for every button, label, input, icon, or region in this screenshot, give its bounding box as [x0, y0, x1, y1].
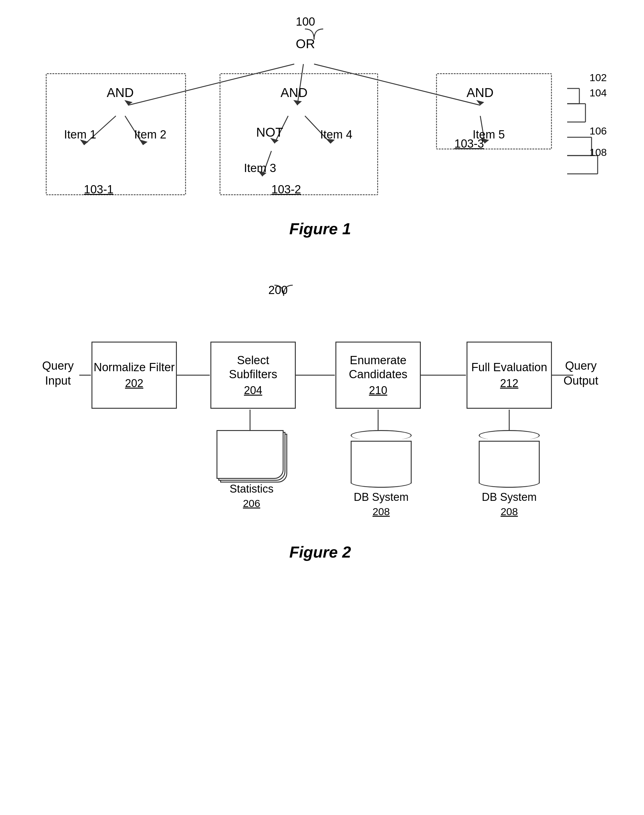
bracket-108: 108	[589, 146, 607, 158]
normalize-filter-title: Normalize Filter	[94, 361, 175, 375]
sublabel-103-1: 103-1	[84, 183, 113, 196]
cyl2-bottom	[479, 477, 540, 488]
svg-marker-37	[462, 371, 466, 379]
figure1: 100 OR AND AND AND NOT Item 1 Item 2 Ite…	[31, 12, 610, 250]
ref-200: 200	[268, 284, 288, 297]
normalize-filter-box: Normalize Filter 202	[92, 342, 177, 409]
full-evaluation-box: Full Evaluation 212	[466, 342, 552, 409]
sublabel-103-3: 103-3	[454, 137, 484, 150]
svg-marker-35	[331, 371, 335, 379]
page: 100 OR AND AND AND NOT Item 1 Item 2 Ite…	[0, 0, 644, 815]
node-and1: AND	[107, 85, 134, 100]
node-item2: Item 2	[134, 128, 167, 141]
ref-100: 100	[296, 15, 315, 28]
figure2-caption: Figure 2	[31, 543, 610, 561]
enumerate-candidates-title: Enumerate Candidates	[336, 353, 420, 381]
node-and2: AND	[281, 85, 308, 100]
stat-page-3	[216, 430, 284, 479]
cyl1-top	[351, 430, 412, 441]
node-and3: AND	[466, 85, 494, 100]
cyl1-bottom	[351, 477, 412, 488]
svg-marker-31	[87, 371, 91, 379]
cyl2-top	[479, 430, 540, 441]
query-output-label: QueryOutput	[558, 358, 604, 388]
node-item3: Item 3	[244, 162, 276, 175]
db-system2-label: DB System 208	[482, 490, 537, 519]
bracket-106: 106	[589, 125, 607, 137]
svg-marker-43	[374, 410, 382, 414]
select-subfilters-title: Select Subfilters	[211, 353, 295, 381]
figure2: 200 QueryInput QueryOutput Normalize Fil…	[31, 281, 610, 555]
db-system2: DB System 208	[479, 430, 540, 519]
node-item1: Item 1	[64, 128, 97, 141]
select-subfilters-ref: 204	[244, 384, 262, 397]
node-item4: Item 4	[320, 128, 353, 141]
figure1-caption: Figure 1	[31, 219, 610, 238]
query-input-label: QueryInput	[37, 358, 79, 388]
db-system1: DB System 208	[351, 430, 412, 519]
svg-marker-41	[246, 410, 254, 414]
svg-marker-33	[206, 371, 210, 379]
bracket-104: 104	[589, 87, 607, 99]
bracket-102: 102	[589, 72, 607, 84]
full-evaluation-ref: 212	[500, 377, 518, 390]
sublabel-103-2: 103-2	[271, 183, 301, 196]
node-not: NOT	[256, 125, 283, 140]
node-or: OR	[296, 37, 315, 51]
normalize-filter-ref: 202	[125, 377, 143, 390]
db-system1-label: DB System 208	[354, 490, 409, 519]
select-subfilters-box: Select Subfilters 204	[210, 342, 296, 409]
cyl1-body	[351, 441, 412, 483]
cyl2-body	[479, 441, 540, 483]
enumerate-candidates-ref: 210	[369, 384, 387, 397]
statistics-label: Statistics 206	[213, 482, 290, 511]
full-evaluation-title: Full Evaluation	[471, 361, 547, 375]
enumerate-candidates-box: Enumerate Candidates 210	[336, 342, 421, 409]
svg-marker-45	[506, 410, 513, 414]
